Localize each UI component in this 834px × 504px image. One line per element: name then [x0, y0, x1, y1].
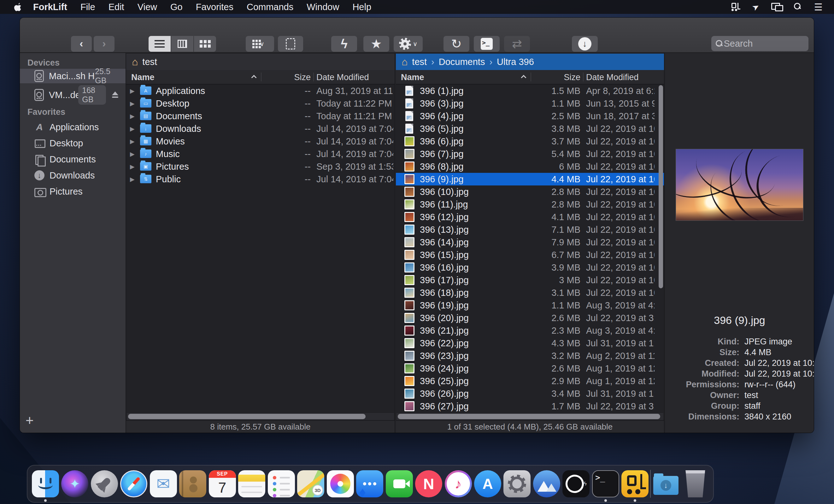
search-input[interactable]	[724, 39, 814, 49]
actions-menu-button[interactable]: ∨	[394, 36, 423, 52]
notification-list-icon[interactable]: ☰	[814, 2, 822, 12]
menu-item-edit[interactable]: Edit	[102, 0, 131, 14]
breadcrumb-ultra-396[interactable]: Ultra 396	[497, 57, 534, 67]
file-row-documents[interactable]: ▶▤Documents--Today at 11:21 PM	[126, 110, 395, 123]
sidebar-item-pictures[interactable]: Pictures	[20, 184, 126, 199]
dock-siri-icon[interactable]: ✦	[60, 465, 89, 502]
terminal-button[interactable]: >_	[474, 36, 500, 52]
column-name[interactable]: Name	[131, 72, 155, 82]
menu-item-commands[interactable]: Commands	[240, 0, 300, 14]
dock-maps-icon[interactable]: 3D	[296, 465, 325, 502]
dock-facetime-icon[interactable]	[385, 465, 414, 502]
dock-photos-icon[interactable]	[326, 465, 355, 502]
right-horizontal-scrollbar[interactable]	[396, 413, 663, 420]
file-row-396-23-jpg[interactable]: 396 (23).jpg3.2 MBAug 2, 2019 at 11:3	[396, 349, 664, 362]
disclosure-triangle-icon[interactable]: ▶	[130, 100, 135, 107]
preview-image[interactable]	[676, 149, 804, 221]
menu-item-view[interactable]: View	[131, 0, 164, 14]
disclosure-triangle-icon[interactable]: ▶	[130, 150, 135, 158]
disclosure-triangle-icon[interactable]: ▶	[130, 87, 135, 95]
file-row-396-21-jpg[interactable]: 396 (21).jpg2.3 MBAug 3, 2019 at 4:30	[396, 324, 664, 337]
file-row-396-27-jpg[interactable]: 396 (27).jpg1.7 MBJul 22, 2019 at 3:3	[396, 400, 664, 413]
dock-mountain-icon[interactable]	[532, 465, 561, 502]
file-row-396-12-jpg[interactable]: 396 (12).jpg4.1 MBJul 22, 2019 at 10:	[396, 211, 664, 223]
file-row-396-26-jpg[interactable]: 396 (26).jpg3.4 MBJul 31, 2019 at 1:3	[396, 387, 664, 400]
disclosure-triangle-icon[interactable]: ▶	[130, 113, 135, 120]
file-row-movies[interactable]: ▶▦Movies--Jul 14, 2019 at 7:04...	[126, 135, 395, 148]
file-row-396-18-jpg[interactable]: 396 (18).jpg3.1 MBJul 22, 2019 at 10:	[396, 286, 664, 299]
file-row-396-22-jpg[interactable]: 396 (22).jpg4.3 MBJul 31, 2019 at 1:3	[396, 337, 664, 349]
file-row-396-25-jpg[interactable]: 396 (25).jpg2.9 MBAug 1, 2019 at 12:5	[396, 375, 664, 387]
breadcrumb-documents[interactable]: Documents	[439, 57, 485, 67]
sidebar-item-downloads[interactable]: Downloads	[20, 168, 126, 183]
disclosure-triangle-icon[interactable]: ▶	[130, 125, 135, 132]
spotlight-icon[interactable]	[794, 2, 802, 12]
favorites-button[interactable]: ★	[364, 36, 389, 52]
dock-news-icon[interactable]: N	[414, 465, 443, 502]
file-row-public[interactable]: ▶⇅Public--Jul 14, 2019 at 7:04...	[126, 173, 395, 185]
right-path-bar[interactable]: ⌂ test›Documents›Ultra 396	[396, 53, 664, 70]
menu-item-go[interactable]: Go	[164, 0, 189, 14]
view-columns-button[interactable]	[171, 36, 193, 52]
dock-forklift-icon[interactable]	[620, 465, 650, 502]
file-row-desktop[interactable]: ▶▭Desktop--Today at 11:22 PM	[126, 97, 395, 110]
file-row-downloads[interactable]: ▶↓Downloads--Jul 14, 2019 at 7:04...	[126, 123, 395, 135]
file-row-396-14-jpg[interactable]: 396 (14).jpg7.9 MBJul 22, 2019 at 10:	[396, 236, 664, 248]
dock-calendar-icon[interactable]: SEP7	[207, 465, 237, 502]
file-row-pictures[interactable]: ▶▣Pictures--Sep 3, 2019 at 1:53...	[126, 160, 395, 173]
file-row-396-7-jpg[interactable]: 396 (7).jpg5.4 MBJul 22, 2019 at 10:	[396, 148, 664, 160]
dock-messages-icon[interactable]	[355, 465, 384, 502]
dock-downloads-icon[interactable]	[651, 465, 680, 502]
column-size[interactable]: Size	[263, 72, 311, 82]
select-marquee-button[interactable]	[278, 36, 303, 52]
forward-button[interactable]: ›	[94, 36, 114, 52]
column-name[interactable]: Name	[401, 72, 424, 82]
disclosure-triangle-icon[interactable]: ▶	[130, 138, 135, 145]
breadcrumb-test[interactable]: test	[412, 57, 427, 67]
menu-app-name[interactable]: ForkLift	[26, 0, 74, 14]
activities-button[interactable]: ϟ	[331, 36, 357, 52]
sidebar-item-desktop[interactable]: Desktop	[20, 136, 126, 150]
dock-trash-icon[interactable]	[681, 465, 710, 502]
dock-contacts-icon[interactable]	[178, 465, 207, 502]
sidebar-item-documents[interactable]: Documents	[20, 152, 126, 167]
dock-launchpad-icon[interactable]	[90, 465, 119, 502]
menu-item-favorites[interactable]: Favorites	[189, 0, 240, 14]
file-row-396-17-jpg[interactable]: 396 (17).jpg3 MBJul 22, 2019 at 10:	[396, 274, 664, 286]
file-row-396-15-jpg[interactable]: 396 (15).jpg6.7 MBJul 22, 2019 at 10:	[396, 248, 664, 261]
menu-item-help[interactable]: Help	[346, 0, 378, 14]
forklift-status-icon[interactable]	[731, 2, 740, 12]
back-button[interactable]: ‹	[71, 36, 92, 52]
column-size[interactable]: Size	[533, 72, 580, 82]
dock-appstore-icon[interactable]: A	[473, 465, 502, 502]
dock-sysprefs-icon[interactable]	[503, 465, 532, 502]
view-list-button[interactable]	[149, 36, 171, 52]
disclosure-triangle-icon[interactable]: ▶	[130, 176, 135, 183]
file-row-396-11-jpg[interactable]: 396 (11).jpg2.8 MBJul 22, 2019 at 10:	[396, 198, 664, 211]
menu-item-file[interactable]: File	[74, 0, 102, 14]
left-path-bar[interactable]: ⌂ test	[126, 53, 395, 70]
dock-lightning-icon[interactable]: ϟ	[562, 465, 591, 502]
dock-itunes-icon[interactable]: ♪	[443, 465, 473, 502]
view-icons-button[interactable]	[194, 36, 216, 52]
column-date-modified[interactable]: Date Modified	[316, 72, 369, 82]
file-row-396-1-jpg[interactable]: 396 (1).jpg1.5 MBApr 8, 2019 at 6:20	[396, 85, 664, 97]
right-vertical-scrollbar[interactable]	[658, 85, 663, 412]
file-row-396-20-jpg[interactable]: 396 (20).jpg2.6 MBJul 22, 2019 at 3:3	[396, 312, 664, 324]
add-favorite-button[interactable]: +	[25, 413, 34, 428]
remote-cursor-icon[interactable]: ➤	[752, 2, 759, 12]
file-row-396-19-jpg[interactable]: 396 (19).jpg1.1 MBAug 3, 2019 at 4:3	[396, 299, 664, 312]
dock-mail-icon[interactable]: ✉	[149, 465, 178, 502]
file-row-396-9-jpg[interactable]: 396 (9).jpg4.4 MBJul 22, 2019 at 10:	[396, 173, 664, 185]
dock-safari-icon[interactable]	[119, 465, 148, 502]
transfers-button[interactable]: ⇄	[504, 36, 530, 52]
file-row-396-13-jpg[interactable]: 396 (13).jpg7.1 MBJul 22, 2019 at 10:	[396, 223, 664, 236]
file-row-396-24-jpg[interactable]: 396 (24).jpg2.6 MBAug 1, 2019 at 12:5	[396, 362, 664, 375]
sidebar-item-applications[interactable]: AApplications	[20, 120, 126, 134]
dock-notes-icon[interactable]	[237, 465, 266, 502]
menu-item-window[interactable]: Window	[300, 0, 346, 14]
file-row-396-16-jpg[interactable]: 396 (16).jpg3.9 MBJul 22, 2019 at 10:	[396, 261, 664, 274]
arrange-menu-button[interactable]: ∨	[246, 36, 274, 52]
eject-icon[interactable]	[111, 91, 119, 98]
left-horizontal-scrollbar[interactable]	[127, 413, 394, 420]
